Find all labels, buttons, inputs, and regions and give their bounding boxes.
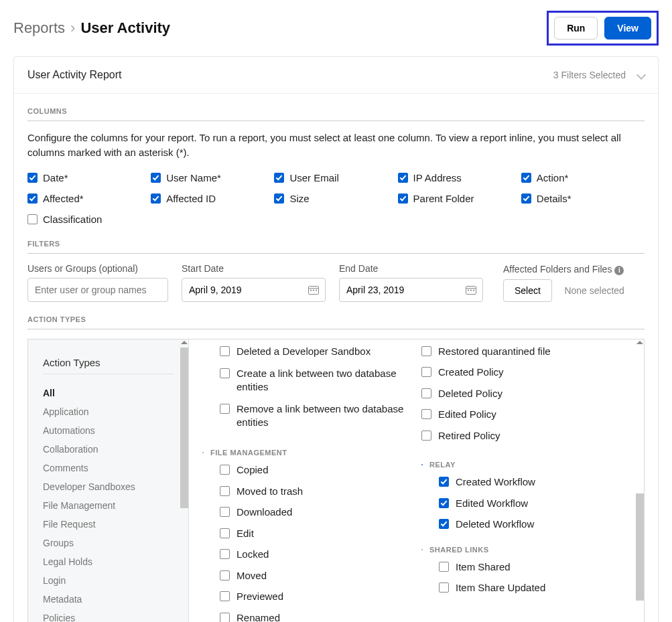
column-checkbox[interactable] <box>274 173 284 183</box>
action-type-checkbox[interactable] <box>220 465 230 475</box>
sidebar-item-legal-holds[interactable]: Legal Holds <box>43 552 174 571</box>
end-date-input[interactable] <box>339 278 483 302</box>
action-type-checkbox[interactable] <box>220 570 230 580</box>
action-type-label: Renamed <box>237 611 280 623</box>
column-option[interactable]: IP Address <box>398 172 521 183</box>
action-type-checkbox[interactable] <box>439 498 449 508</box>
action-type-item[interactable]: Create a link between two database entit… <box>220 367 418 393</box>
action-type-checkbox[interactable] <box>220 404 230 414</box>
action-type-item[interactable]: Item Shared <box>439 560 637 574</box>
group-checkbox-file-management[interactable] <box>202 452 204 453</box>
action-type-checkbox[interactable] <box>439 519 449 529</box>
sidebar-item-login[interactable]: Login <box>43 571 174 590</box>
sidebar-scrollbar[interactable] <box>180 339 188 623</box>
users-label: Users or Groups (optional) <box>27 263 168 274</box>
breadcrumb-root[interactable]: Reports <box>13 19 65 37</box>
sidebar-item-application[interactable]: Application <box>43 402 174 421</box>
action-type-item[interactable]: Edited Workflow <box>439 497 637 510</box>
main-scrollbar[interactable] <box>636 339 644 623</box>
svg-rect-9 <box>473 289 474 291</box>
column-option[interactable]: Classification <box>27 214 151 225</box>
sidebar-item-developer-sandboxes[interactable]: Developer Sandboxes <box>43 477 174 496</box>
columns-heading: COLUMNS <box>27 107 645 115</box>
column-checkbox[interactable] <box>398 173 408 183</box>
column-option[interactable]: Affected* <box>27 193 151 204</box>
action-type-checkbox[interactable] <box>439 477 449 487</box>
action-type-checkbox[interactable] <box>220 613 230 623</box>
action-type-item[interactable]: Remove a link between two database entit… <box>220 402 418 429</box>
action-type-checkbox[interactable] <box>439 562 449 572</box>
select-folders-button[interactable]: Select <box>503 279 552 302</box>
column-checkbox[interactable] <box>151 173 161 183</box>
action-type-item[interactable]: Deleted Policy <box>421 387 637 400</box>
action-type-item[interactable]: Edited Policy <box>421 408 637 421</box>
group-checkbox-relay[interactable] <box>421 464 423 465</box>
action-type-item[interactable]: Locked <box>220 548 418 561</box>
action-type-checkbox[interactable] <box>220 549 230 559</box>
column-checkbox[interactable] <box>274 193 284 204</box>
action-type-checkbox[interactable] <box>421 388 431 398</box>
action-type-checkbox[interactable] <box>220 486 230 496</box>
action-type-checkbox[interactable] <box>421 367 431 377</box>
info-icon[interactable]: i <box>614 266 624 275</box>
action-type-checkbox[interactable] <box>421 346 431 356</box>
sidebar-item-file-request[interactable]: File Request <box>43 515 174 534</box>
filters-selected-count: 3 Filters Selected <box>553 70 626 80</box>
users-input[interactable] <box>27 278 168 302</box>
action-type-item[interactable]: Deleted a Developer Sandbox <box>220 345 418 358</box>
column-option[interactable]: User Name* <box>151 172 274 183</box>
sidebar-item-policies[interactable]: Policies <box>43 609 174 623</box>
chevron-down-icon[interactable] <box>636 70 646 80</box>
column-option[interactable]: Size <box>274 193 397 204</box>
column-checkbox[interactable] <box>151 193 161 204</box>
group-checkbox-shared-links[interactable] <box>421 549 423 550</box>
column-label: Affected ID <box>166 193 216 204</box>
calendar-icon[interactable] <box>308 285 319 295</box>
start-date-input[interactable] <box>182 278 326 302</box>
action-type-item[interactable]: Previewed <box>220 590 418 603</box>
run-button[interactable]: Run <box>554 17 598 40</box>
sidebar-item-comments[interactable]: Comments <box>43 459 174 477</box>
column-option[interactable]: Date* <box>27 172 151 183</box>
column-option[interactable]: Parent Folder <box>398 193 521 204</box>
column-checkbox[interactable] <box>521 173 531 183</box>
action-type-item[interactable]: Moved <box>220 569 418 582</box>
action-type-checkbox[interactable] <box>220 368 230 378</box>
action-type-item[interactable]: Item Share Updated <box>439 581 637 595</box>
sidebar-item-file-management[interactable]: File Management <box>43 496 174 515</box>
action-type-item[interactable]: Moved to trash <box>220 485 418 498</box>
action-types-sidebar-title: Action Types <box>43 357 174 374</box>
action-type-checkbox[interactable] <box>220 591 230 601</box>
column-option[interactable]: Action* <box>521 172 645 183</box>
view-button[interactable]: View <box>604 17 651 40</box>
column-option[interactable]: Details* <box>521 193 645 204</box>
action-type-item[interactable]: Deleted Workflow <box>439 518 637 531</box>
action-type-checkbox[interactable] <box>220 346 230 356</box>
column-option[interactable]: User Email <box>274 172 397 183</box>
action-type-item[interactable]: Created Workflow <box>439 475 637 489</box>
sidebar-item-all[interactable]: All <box>43 384 174 402</box>
action-type-checkbox[interactable] <box>439 582 449 593</box>
column-checkbox[interactable] <box>27 173 38 183</box>
sidebar-item-automations[interactable]: Automations <box>43 421 174 440</box>
action-type-checkbox[interactable] <box>220 507 230 517</box>
column-checkbox[interactable] <box>521 193 531 204</box>
column-checkbox[interactable] <box>398 193 408 204</box>
action-type-item[interactable]: Created Policy <box>421 366 637 379</box>
action-type-checkbox[interactable] <box>220 528 230 538</box>
action-type-item[interactable]: Copied <box>220 463 418 477</box>
action-type-item[interactable]: Retired Policy <box>421 429 637 443</box>
column-checkbox[interactable] <box>27 193 38 204</box>
action-type-item[interactable]: Downloaded <box>220 506 418 519</box>
column-checkbox[interactable] <box>27 214 38 224</box>
action-type-checkbox[interactable] <box>421 431 431 441</box>
action-type-item[interactable]: Renamed <box>220 611 418 623</box>
column-option[interactable]: Affected ID <box>151 193 274 204</box>
calendar-icon[interactable] <box>466 285 476 295</box>
sidebar-item-collaboration[interactable]: Collaboration <box>43 440 174 459</box>
action-type-item[interactable]: Edit <box>220 527 418 540</box>
action-type-item[interactable]: Restored quarantined file <box>421 345 637 358</box>
sidebar-item-metadata[interactable]: Metadata <box>43 590 174 609</box>
action-type-checkbox[interactable] <box>421 409 431 419</box>
sidebar-item-groups[interactable]: Groups <box>43 534 174 552</box>
